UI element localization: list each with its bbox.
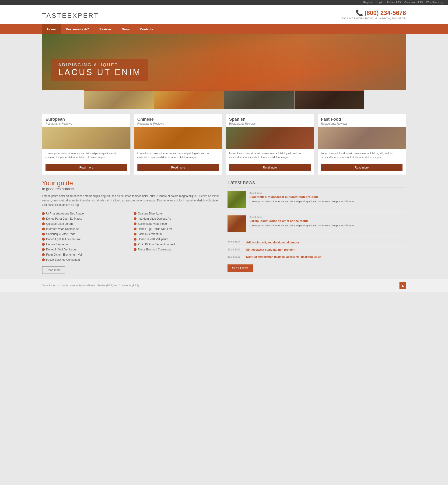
hero-image: ADIPISCING ALIQUET LACUS UT ENIM (42, 34, 406, 90)
card-fastfood: Fast Food Restaurants Reviews Lorem ipsu… (318, 114, 406, 175)
guide-list-item: Donec Eget Tellus Non Erat (42, 237, 129, 242)
category-cards: European Restaurants Reviews Lorem ipsum… (42, 114, 406, 175)
card-fastfood-footer: Read more (318, 162, 406, 175)
logo-expert: EXPERT (67, 12, 99, 19)
guide-list-item: Fusce Euismod Consequat (134, 247, 221, 252)
card-chinese-image (134, 127, 222, 149)
phone-number: 📞(800) 234-5678 (342, 9, 406, 16)
card-chinese-readmore[interactable]: Read more (137, 164, 219, 171)
card-spanish-header: Spanish Restaurants Reviews (226, 114, 314, 127)
card-european-readmore[interactable]: Read more (46, 164, 127, 171)
thumb-1[interactable] (84, 91, 154, 109)
guide-list-item: Scelerisque Vitae Pede (42, 232, 129, 237)
bullet-icon (42, 233, 45, 235)
guide-list-right: Quisque Diam LoremInterdum Vitae Dapibus… (134, 211, 221, 262)
card-chinese-subtitle: Restaurants Reviews (137, 122, 219, 125)
nav-contacts[interactable]: Contacts (135, 24, 158, 34)
bullet-icon (134, 233, 136, 235)
bullet-icon (42, 248, 45, 251)
footer-entries-rss[interactable]: Entries (RSS) (97, 284, 113, 287)
card-spanish-title: Spanish (229, 117, 311, 122)
logo: TASTEEXPERT (42, 9, 99, 20)
bullet-icon (42, 253, 45, 256)
card-european-body: Lorem ipsum dolor sit amet conse ctetur … (42, 149, 130, 162)
card-european-footer: Read more (42, 162, 130, 175)
card-spanish-footer: Read more (226, 162, 314, 175)
guide-list-item: Quisque Diam Lorem (42, 221, 129, 226)
card-fastfood-title: Fast Food (321, 117, 403, 122)
news-content-1: 25.08.2013 Excepteur sint occaecat cupid… (249, 191, 357, 208)
guide-title: Your guide (42, 179, 221, 187)
topbar-comments-rss[interactable]: Comments RSS (404, 1, 423, 4)
card-fastfood-readmore[interactable]: Read more (321, 164, 403, 171)
guide-subtitle: to good restaurants (42, 187, 221, 191)
bullet-icon (42, 238, 45, 241)
guide-list-item: Interdum Vitae Dapibus Ac (134, 216, 221, 221)
topbar-login[interactable]: Log in (376, 1, 383, 4)
bullet-icon (42, 222, 45, 225)
news-small-item: 25.08.2013Nostrud exercitation ullamco l… (227, 254, 406, 261)
scroll-top-button[interactable]: ▲ (400, 282, 406, 289)
card-chinese-header: Chinese Restaurants Reviews (134, 114, 222, 127)
bullet-icon (134, 248, 136, 251)
thumb-4[interactable] (295, 91, 364, 109)
main-nav: Home Restaurants A-Z Reviews News Contac… (0, 24, 448, 34)
news-content-2: 25.08.2013 Lorem ipsum dolor sit amet co… (249, 215, 357, 232)
card-fastfood-header: Fast Food Restaurants Reviews (318, 114, 406, 127)
news-date-1: 25.08.2013 (249, 191, 357, 194)
news-small-item: 25.08.2013Sint occaecat cupidatat non pr… (227, 247, 406, 254)
card-chinese: Chinese Restaurants Reviews Lorem ipsum … (134, 114, 223, 175)
guide-readmore-button[interactable]: Read more (42, 266, 65, 274)
news-small-item: 25.08.2013Adipisicing elit, sed do eiusm… (227, 239, 406, 247)
guide-list-item: Donec In Velit Vel Ipsum (134, 237, 221, 242)
topbar-entries-rss[interactable]: Entries RSS (387, 1, 401, 4)
footer-comments-rss[interactable]: Comments (RSS) (119, 284, 139, 287)
guide-list-item: Lacinia Fermentum (42, 242, 129, 247)
see-all-news-button[interactable]: See all news (227, 264, 253, 272)
card-european-title: European (46, 117, 127, 122)
guide-list: Ut Pharetra Augue Nec AugueDonec Porta D… (42, 211, 221, 262)
nav-restaurants[interactable]: Restaurants A-Z (61, 24, 94, 34)
news-title: Latest news (227, 179, 406, 188)
news-small-link[interactable]: Nostrud exercitation ullamco laboris nis… (246, 255, 321, 259)
footer: Taste Expert is proudly powered by WordP… (0, 279, 448, 292)
card-fastfood-image (318, 127, 406, 149)
bullet-icon (42, 212, 45, 215)
nav-reviews[interactable]: Reviews (94, 24, 117, 34)
news-link-2[interactable]: Lorem ipsum dolor sit amet conse ctetur (249, 219, 357, 223)
card-european-image (42, 127, 130, 149)
news-link-1[interactable]: Excepteur sint occaecat cupidatat non pr… (249, 195, 357, 199)
guide-list-item: Lacinia Fermentum (134, 232, 221, 237)
news-small-date: 25.08.2013 (227, 241, 244, 244)
guide-list-item: Quisque Diam Lorem (134, 211, 221, 216)
bullet-icon (134, 222, 136, 225)
card-chinese-body: Lorem ipsum dolor sit amet conse ctetur … (134, 149, 222, 162)
bullet-icon (134, 212, 136, 215)
news-date-2: 25.08.2013 (249, 215, 357, 218)
bullet-icon (134, 238, 136, 241)
news-small-link[interactable]: Adipisicing elit, sed do eiusmod tempor (246, 241, 299, 244)
news-small-link[interactable]: Sint occaecat cupidatat non proident (246, 248, 296, 251)
topbar-register[interactable]: Register (363, 1, 373, 4)
nav-news[interactable]: News (117, 24, 135, 34)
two-col-section: Your guide to good restaurants Lorem ips… (42, 179, 406, 274)
guide-list-item: Donec Eget Tellus Non Erat (134, 226, 221, 232)
thumb-2[interactable] (154, 91, 224, 109)
news-item-1: 25.08.2013 Excepteur sint occaecat cupid… (227, 191, 406, 212)
card-spanish-readmore[interactable]: Read more (229, 164, 311, 171)
footer-text: Taste Expert is proudly powered by WordP… (42, 284, 139, 287)
card-european-subtitle: Restaurants Reviews (46, 122, 127, 125)
guide-text: Lorem ipsum dolor sit amet conse ctetur … (42, 194, 221, 208)
nav-home[interactable]: Home (42, 24, 61, 34)
news-small-date: 25.08.2013 (227, 248, 244, 251)
logo-taste: TASTE (42, 12, 67, 19)
guide-list-left: Ut Pharetra Augue Nec AugueDonec Porta D… (42, 211, 129, 262)
guide-list-item: Interdum Vitae Dapibus Ac (42, 226, 129, 232)
bullet-icon (42, 227, 45, 230)
contact-info: 📞(800) 234-5678 8901 MARMORA ROAD, GLASG… (342, 9, 406, 20)
card-chinese-title: Chinese (137, 117, 219, 122)
card-european-header: European Restaurants Reviews (42, 114, 130, 127)
thumb-3[interactable] (224, 91, 295, 109)
thumbnail-strip (84, 90, 364, 109)
topbar-wordpress[interactable]: WordPress.org (426, 1, 443, 4)
